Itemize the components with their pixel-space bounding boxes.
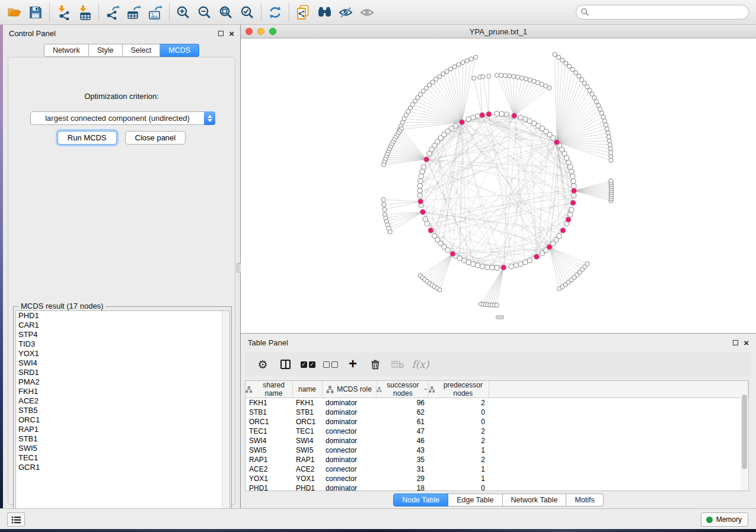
mcds-node[interactable] [547,244,552,249]
table-row[interactable]: SWI4SWI4dominator462 [245,436,748,446]
network-node[interactable] [509,264,513,269]
leaf-node[interactable] [606,131,610,135]
table-cell[interactable]: SWI4 [292,436,322,446]
table-cell[interactable]: SWI5 [292,446,322,455]
zoom-out-button[interactable] [194,2,215,23]
table-cell[interactable]: PHD1 [292,483,322,492]
table-cell[interactable]: 1 [428,446,489,455]
leaf-node[interactable] [564,61,568,65]
mcds-result-item[interactable]: YOX1 [16,349,229,358]
binoculars-search-button[interactable] [314,2,335,23]
network-node[interactable] [466,117,471,121]
leaf-node[interactable] [382,203,386,207]
leaf-node[interactable] [567,64,572,68]
mcds-node[interactable] [428,227,433,233]
optimization-criterion-select[interactable]: largest connected component (undirected) [30,111,215,125]
leaf-node[interactable] [388,230,392,234]
table-cell[interactable]: ACE2 [245,464,292,474]
table-cell[interactable]: YOX1 [292,474,322,483]
table-cell[interactable]: 18 [376,483,428,492]
leaf-node[interactable] [604,123,608,127]
leaf-node[interactable] [381,197,385,201]
float-panel-icon[interactable] [218,31,224,36]
network-node[interactable] [571,179,576,184]
tab-motifs[interactable]: Motifs [566,493,603,507]
table-cell[interactable]: TEC1 [292,427,322,436]
memory-button[interactable]: Memory [701,512,748,527]
network-node[interactable] [518,262,523,267]
tab-network-table[interactable]: Network Table [503,493,567,507]
mcds-node[interactable] [501,265,506,270]
table-cell[interactable]: FKH1 [292,398,322,408]
leaf-node[interactable] [495,73,499,77]
leaf-node[interactable] [608,143,612,147]
network-canvas[interactable] [241,39,756,333]
export-image-button[interactable] [145,2,166,23]
share-document-button[interactable] [292,2,314,23]
show-columns-button[interactable] [276,355,294,373]
network-graph[interactable] [241,39,756,333]
table-cell[interactable]: PHD1 [245,483,292,492]
mcds-node[interactable] [570,200,576,206]
table-cell[interactable]: SWI5 [245,446,292,455]
table-cell[interactable]: dominator [322,398,376,408]
leaf-node[interactable] [481,75,485,79]
network-node[interactable] [513,263,518,268]
select-all-rows-button[interactable]: ✓✓ [299,355,317,373]
mcds-result-item[interactable]: STB5 [16,406,229,415]
mcds-result-item[interactable]: ORC1 [16,415,229,425]
table-cell[interactable]: YOX1 [245,474,292,483]
table-cell[interactable]: 46 [376,436,428,446]
close-panel-icon[interactable]: × [229,29,234,38]
table-row[interactable]: TEC1TEC1connector472 [245,427,748,436]
table-scrollbar[interactable] [741,394,748,491]
mcds-result-item[interactable]: SWI5 [16,444,229,453]
table-cell[interactable]: dominator [322,483,376,492]
leaf-node[interactable] [524,77,528,81]
network-node[interactable] [569,169,574,174]
table-cell[interactable]: 61 [376,417,428,427]
leaf-node[interactable] [519,76,524,80]
table-cell[interactable]: dominator [322,436,376,446]
mcds-result-item[interactable]: TEC1 [16,453,229,463]
leaf-node[interactable] [461,60,465,65]
table-cell[interactable]: 0 [428,417,489,427]
zoom-selected-button[interactable] [237,2,258,23]
table-cell[interactable]: 96 [376,398,428,408]
network-node[interactable] [462,258,467,263]
network-node[interactable] [499,111,504,116]
leaf-node[interactable] [577,74,581,78]
mcds-result-item[interactable]: ACE2 [16,396,229,406]
mcds-node[interactable] [459,120,464,125]
network-node[interactable] [495,265,499,270]
table-cell[interactable]: connector [322,446,376,455]
zoom-fit-button[interactable] [215,2,237,23]
network-node[interactable] [417,184,422,188]
table-cell[interactable]: dominator [322,408,376,417]
network-node[interactable] [427,151,432,156]
show-eye-button[interactable] [356,2,378,23]
horizontal-splitter-grip[interactable] [496,315,504,319]
mcds-node[interactable] [480,113,485,118]
mcds-result-item[interactable]: SWI4 [16,358,229,368]
leaf-node[interactable] [602,119,607,123]
leaf-node[interactable] [607,134,611,139]
mcds-node[interactable] [486,111,492,117]
zoom-in-button[interactable] [173,2,194,23]
leaf-node[interactable] [495,303,499,307]
table-row[interactable]: PHD1PHD1dominator180 [245,483,748,492]
network-node[interactable] [523,260,528,265]
network-node[interactable] [421,165,426,169]
leaf-node[interactable] [457,62,461,66]
leaf-node[interactable] [560,58,564,62]
network-node[interactable] [527,258,532,263]
table-cell[interactable]: SWI4 [245,436,292,446]
table-settings-button[interactable]: ⚙ [254,355,272,373]
deselect-all-rows-button[interactable] [321,355,339,373]
table-cell[interactable]: STB1 [245,408,292,417]
network-node[interactable] [445,248,450,252]
table-row[interactable]: ACE2ACE2connector311 [245,464,748,474]
mcds-node[interactable] [534,254,539,259]
network-node[interactable] [572,193,576,198]
leaf-node[interactable] [608,146,613,150]
